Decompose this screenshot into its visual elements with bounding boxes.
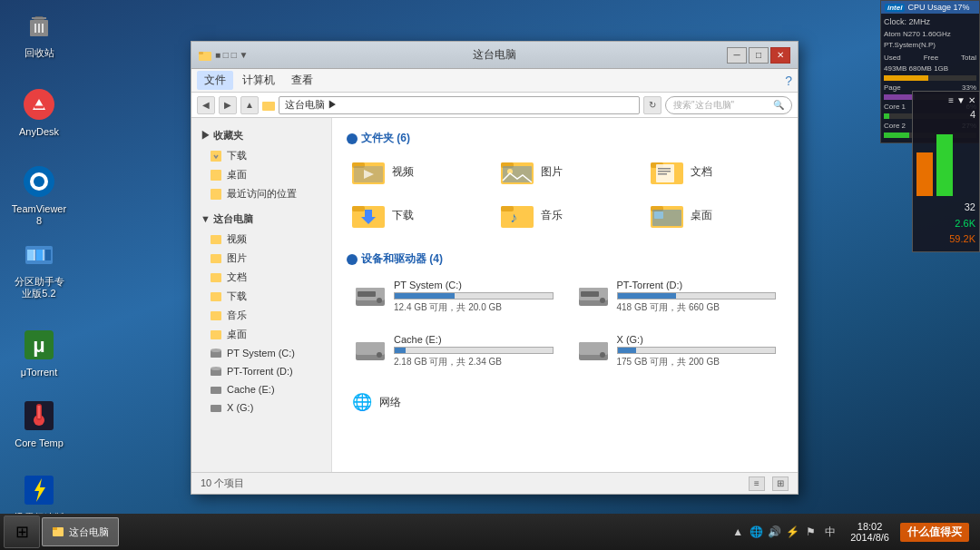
folder-item-downloads[interactable]: 下载 (347, 197, 485, 233)
svg-rect-33 (211, 405, 221, 412)
teamviewer-icon (21, 163, 57, 200)
title-bar-left: ■ □ □ ▼ (199, 49, 248, 62)
svg-point-68 (377, 352, 382, 358)
address-path[interactable]: 这台电脑 ▶ (279, 96, 640, 114)
sidebar-section-thispc[interactable]: ▼ 这台电脑 (191, 209, 331, 230)
forward-button[interactable]: ▶ (219, 96, 237, 114)
ram-used-label: Used (884, 53, 901, 64)
drive-item-e[interactable]: Cache (E:) 2.18 GB 可用，共 2.34 GB (347, 329, 561, 374)
sidebar-section-favorites[interactable]: ▶ 收藏夹 (191, 125, 331, 146)
svg-rect-32 (211, 387, 221, 394)
minimize-button[interactable]: ─ (727, 47, 747, 64)
sidebar-item-g-drive[interactable]: X (G:) (191, 398, 331, 417)
rw-val1: 4 (916, 109, 975, 120)
drive-e-icon (354, 339, 387, 364)
title-bar-controls: ─ □ ✕ (727, 47, 790, 64)
drive-item-g[interactable]: X (G:) 175 GB 可用，共 200 GB (570, 329, 784, 374)
help-button[interactable]: ? (785, 74, 792, 88)
desktop-icon-utorrent[interactable]: μ μTorrent (7, 327, 71, 378)
tray-speaker-icon[interactable]: 🔊 (767, 525, 781, 539)
thispc-arrow: ▼ (201, 213, 213, 224)
cpu-usage-label: CPU Usage 17% (907, 3, 969, 12)
drive-d-bar-container (617, 292, 777, 300)
sidebar-e-label: Cache (E:) (227, 384, 275, 395)
sidebar-item-downloads2[interactable]: 下载 (191, 287, 331, 306)
sidebar-item-desktop[interactable]: 桌面 (191, 165, 331, 184)
sidebar-item-music[interactable]: 音乐 (191, 306, 331, 325)
ribbon: 文件 计算机 查看 ? (191, 69, 798, 93)
tray-flag-icon[interactable]: ⚑ (803, 525, 818, 539)
coretemp-icon (21, 398, 57, 434)
drive-g-info: X (G:) 175 GB 可用，共 200 GB (617, 334, 777, 368)
tray-icon-1[interactable]: ▲ (730, 525, 745, 539)
folder-item-desktop[interactable]: 桌面 (645, 197, 783, 233)
rw-menu-icon: ≡ (948, 95, 954, 105)
sidebar-item-recent[interactable]: 最近访问的位置 (191, 184, 331, 203)
svg-rect-61 (358, 291, 376, 297)
rw-val2: 32 (916, 200, 975, 216)
favorites-arrow: ▶ (201, 130, 213, 141)
maximize-button[interactable]: □ (749, 47, 769, 64)
sidebar-item-videos[interactable]: 视频 (191, 230, 331, 249)
folder-item-music[interactable]: ♪ 音乐 (495, 197, 633, 233)
rw-down-icon: ▼ (956, 95, 965, 105)
sidebar-desktop-label: 桌面 (227, 168, 247, 182)
ribbon-tab-computer[interactable]: 计算机 (235, 71, 282, 90)
taskbar-tray: ▲ 🌐 🔊 ⚡ ⚑ 中 18:02 2014/8/6 什么值得买 (723, 514, 976, 550)
drives-heading: 设备和驱动器 (4) (347, 248, 783, 274)
svg-rect-21 (211, 189, 221, 200)
tray-battery-icon[interactable]: ⚡ (785, 525, 799, 539)
drive-g-stats: 175 GB 可用，共 200 GB (617, 356, 777, 368)
svg-point-71 (600, 352, 605, 358)
refresh-button[interactable]: ↻ (643, 96, 662, 114)
up-button[interactable]: ▲ (240, 96, 259, 114)
favorites-label: 收藏夹 (213, 130, 243, 141)
folder-item-videos[interactable]: 视频 (347, 153, 485, 190)
taskbar-brand[interactable]: 什么值得买 (900, 523, 969, 542)
ram-bar-fill (884, 75, 928, 81)
search-box[interactable]: 搜索"这台电脑" 🔍 (665, 96, 792, 114)
ribbon-tab-view[interactable]: 查看 (284, 71, 320, 90)
sidebar-g-label: X (G:) (227, 402, 253, 413)
sidebar-item-desktop2[interactable]: 桌面 (191, 325, 331, 344)
taskbar-lang: 中 (821, 525, 839, 540)
folder-item-pictures[interactable]: 图片 (495, 153, 633, 190)
drive-d-stats: 418 GB 可用，共 660 GB (617, 301, 777, 314)
right-widget: ≡ ▼ ✕ 4 32 2.6K 59.2K (912, 91, 980, 252)
svg-rect-14 (38, 406, 41, 418)
sidebar-item-documents[interactable]: 文档 (191, 268, 331, 287)
sidebar-item-pictures[interactable]: 图片 (191, 249, 331, 268)
content-pane: 文件夹 (6) 视频 (332, 118, 798, 472)
ram-values: 493MB 680MB 1GB (884, 64, 976, 74)
desktop-icon-teamviewer[interactable]: TeamViewer 8 (7, 163, 71, 227)
folder-desktop-label: 桌面 (691, 208, 712, 223)
svg-rect-50 (352, 206, 365, 211)
desktop-icon-partition[interactable]: 分区助手专 业版5.2 (7, 236, 71, 300)
sidebar-item-c-drive[interactable]: PT System (C:) (191, 344, 331, 362)
svg-rect-25 (211, 292, 221, 301)
close-button[interactable]: ✕ (770, 47, 790, 64)
drive-d-name: PT-Torrent (D:) (617, 280, 777, 290)
sidebar-item-e-drive[interactable]: Cache (E:) (191, 380, 331, 398)
sidebar-item-downloads[interactable]: 下载 (191, 146, 331, 165)
desktop-icon-anydesk[interactable]: AnyDesk (7, 86, 71, 138)
view-list-button[interactable]: ≡ (749, 476, 765, 491)
drive-item-c[interactable]: PT System (C:) 12.4 GB 可用，共 20.0 GB (347, 274, 561, 319)
svg-rect-47 (658, 171, 671, 172)
recent-icon (210, 188, 222, 201)
sidebar-item-d-drive[interactable]: PT-Torrent (D:) (191, 362, 331, 380)
tray-network-icon[interactable]: 🌐 (749, 525, 763, 539)
desktop-icon-coretemp[interactable]: Core Temp (7, 398, 71, 449)
view-grid-button[interactable]: ⊞ (772, 476, 789, 491)
folder-item-documents[interactable]: 文档 (645, 153, 783, 190)
drive-item-d[interactable]: PT-Torrent (D:) 418 GB 可用，共 660 GB (570, 274, 784, 319)
address-bar-folder-icon (262, 99, 275, 112)
back-button[interactable]: ◀ (197, 96, 215, 114)
network-section[interactable]: 🌐 网络 (347, 388, 783, 416)
start-button[interactable]: ⊞ (4, 516, 40, 548)
desktop-icon-recycle[interactable]: 回收站 (7, 7, 71, 59)
folder-documents-label: 文档 (691, 164, 712, 180)
taskbar-item-explorer[interactable]: 这台电脑 (42, 517, 119, 546)
taskbar-clock[interactable]: 18:02 2014/8/6 (843, 521, 897, 543)
ribbon-tab-file[interactable]: 文件 (197, 71, 233, 90)
